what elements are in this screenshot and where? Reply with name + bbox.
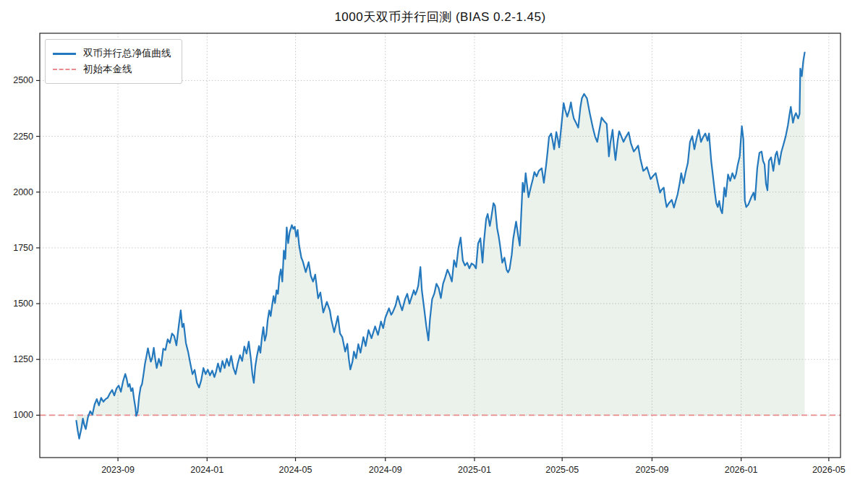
y-tick-label-1750: 1750 (13, 243, 33, 253)
y-tick-label-2500: 2500 (13, 75, 33, 85)
legend-label-principal: 初始本金线 (83, 63, 132, 76)
x-tick-label-2025-01: 2025-01 (458, 465, 491, 475)
x-tick-label-2025-09: 2025-09 (635, 465, 668, 475)
x-tick-label-2023-09: 2023-09 (101, 465, 135, 475)
legend-line-solid-sample (53, 53, 76, 55)
legend-label-nav-curve: 双币并行总净值曲线 (83, 47, 171, 60)
x-tick-label-2024-09: 2024-09 (369, 465, 402, 475)
y-tick-label-1500: 1500 (13, 299, 33, 309)
y-tick-label-1000: 1000 (13, 410, 33, 420)
legend-item-principal-line: 初始本金线 (53, 61, 171, 77)
x-tick-label-2025-05: 2025-05 (545, 465, 579, 475)
legend-box: 双币并行总净值曲线 初始本金线 (45, 39, 182, 84)
x-tick-label-2024-01: 2024-01 (190, 465, 224, 475)
x-tick-label-2026-05: 2026-05 (812, 465, 846, 475)
y-tick-label-1250: 1250 (13, 354, 33, 364)
area-fill (77, 53, 805, 439)
x-tick-label-2026-01: 2026-01 (725, 465, 758, 475)
legend-item-nav-curve: 双币并行总净值曲线 (53, 46, 171, 61)
y-tick-label-2000: 2000 (13, 187, 33, 197)
legend-line-dashed-sample (53, 69, 76, 70)
y-tick-label-2250: 2250 (13, 132, 33, 142)
x-tick-label-2024-05: 2024-05 (279, 465, 312, 475)
chart-figure: 1000天双币并行回测 (BIAS 0.2-1.45) 2023-092024-… (0, 0, 868, 493)
